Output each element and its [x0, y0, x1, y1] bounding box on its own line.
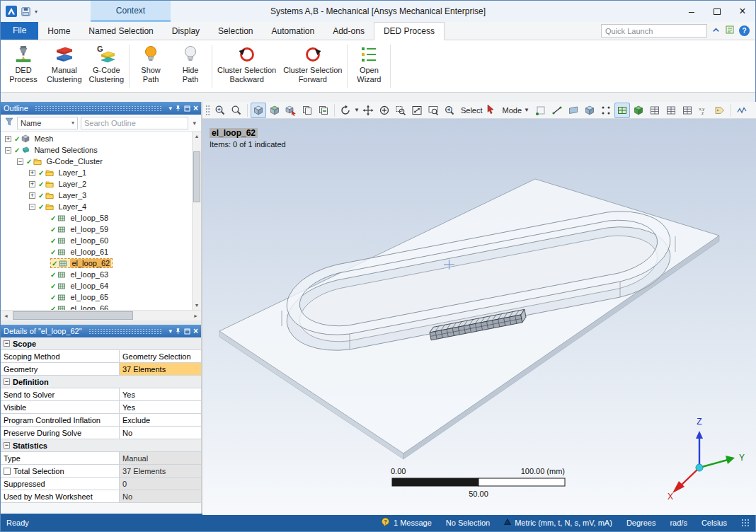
- outline-search-input[interactable]: [81, 117, 188, 129]
- select-element-filter-icon[interactable]: [614, 103, 630, 118]
- h-scroll-track[interactable]: [11, 311, 190, 320]
- details-section-statistics[interactable]: −Statistics: [1, 439, 201, 452]
- filter-name-dropdown[interactable]: Name ▾: [17, 117, 78, 129]
- select-mode-button[interactable]: Select: [458, 104, 499, 117]
- paste-view-icon[interactable]: [316, 103, 331, 118]
- help-icon[interactable]: ?: [739, 25, 750, 36]
- close-button[interactable]: ×: [730, 1, 755, 22]
- tab-named-selection[interactable]: Named Selection: [79, 23, 162, 40]
- collapse-icon[interactable]: −: [4, 378, 10, 385]
- scroll-right-icon[interactable]: ►: [190, 311, 201, 321]
- tree-item-el-loop-64[interactable]: ✓el_loop_64: [1, 280, 192, 291]
- view-select-icon[interactable]: [283, 103, 299, 118]
- message-count[interactable]: ?1 Message: [381, 517, 432, 528]
- details-value[interactable]: Yes: [120, 401, 201, 413]
- rotate-view-icon[interactable]: [338, 103, 353, 118]
- zoom-in-icon[interactable]: [212, 103, 228, 118]
- collapse-icon[interactable]: −: [29, 204, 35, 210]
- tree-item-el-loop-65[interactable]: ✓el_loop_65: [1, 291, 192, 303]
- selection-worksheet-icon[interactable]: [647, 103, 663, 118]
- tree-item-el-loop-66[interactable]: ✓el_loop_66: [1, 303, 192, 310]
- tab-selection[interactable]: Selection: [209, 23, 262, 40]
- select-node-filter-icon[interactable]: [598, 103, 614, 118]
- checkbox-unchecked[interactable]: [4, 468, 11, 475]
- scroll-down-icon[interactable]: ▼: [193, 301, 201, 310]
- maximize-button[interactable]: [704, 1, 730, 22]
- outline-menu-caret-icon[interactable]: ▾: [168, 105, 172, 112]
- details-pin-icon[interactable]: [175, 328, 181, 335]
- chart-icon[interactable]: [734, 103, 750, 118]
- previous-view-icon[interactable]: [442, 103, 457, 118]
- outline-pin-icon[interactable]: [175, 105, 181, 112]
- details-close-icon[interactable]: ×: [193, 326, 198, 336]
- expand-icon[interactable]: +: [5, 136, 11, 142]
- save-icon[interactable]: [21, 6, 31, 17]
- pan-icon[interactable]: [360, 103, 376, 118]
- expand-icon[interactable]: +: [29, 170, 35, 176]
- resize-grip-icon[interactable]: [741, 519, 750, 527]
- box-zoom-icon[interactable]: [393, 103, 408, 118]
- ribbon-button-ded-process[interactable]: DEDProcess: [4, 42, 43, 91]
- unit-system[interactable]: Metric (mm, t, N, s, mV, mA): [504, 519, 612, 527]
- title-bar[interactable]: ▾ Context Systems A,B - Mechanical [Ansy…: [1, 1, 755, 22]
- feedback-icon[interactable]: [725, 25, 735, 37]
- tab-automation[interactable]: Automation: [262, 23, 323, 40]
- toolbar-grip[interactable]: [205, 105, 210, 116]
- zoom-icon[interactable]: [377, 103, 392, 118]
- details-section-definition[interactable]: −Definition: [1, 376, 201, 388]
- collapse-ribbon-icon[interactable]: [711, 25, 721, 37]
- filter-type-icon[interactable]: [4, 117, 14, 129]
- scroll-up-icon[interactable]: ▲: [193, 132, 201, 141]
- tree-vertical-scrollbar[interactable]: ▲ ▼: [192, 132, 201, 310]
- tab-home[interactable]: Home: [38, 23, 79, 40]
- temperature-unit[interactable]: Celsius: [701, 519, 727, 527]
- select-body-filter-icon[interactable]: [582, 103, 597, 118]
- tree-item-el-loop-61[interactable]: ✓el_loop_61: [1, 246, 192, 258]
- angular-velocity-unit[interactable]: rad/s: [670, 519, 687, 527]
- collapse-icon[interactable]: −: [4, 340, 10, 347]
- expand-icon[interactable]: +: [29, 192, 35, 199]
- tree-item-el-loop-62[interactable]: ✓el_loop_62: [1, 258, 192, 269]
- iso-view-icon[interactable]: [251, 103, 266, 118]
- scrollbar-thumb[interactable]: [193, 151, 200, 202]
- tree-item-mesh[interactable]: +✓Mesh: [1, 133, 192, 144]
- outline-close-icon[interactable]: ×: [193, 103, 198, 113]
- details-float-icon[interactable]: [184, 328, 190, 335]
- details-menu-caret-icon[interactable]: ▾: [168, 328, 172, 335]
- details-section-scope[interactable]: −Scope: [1, 337, 201, 350]
- tab-display[interactable]: Display: [163, 23, 209, 40]
- select-edge-filter-icon[interactable]: [549, 103, 565, 118]
- tree-item-named-selections[interactable]: −✓Named Selections: [1, 144, 192, 156]
- tree-item-el-loop-59[interactable]: ✓el_loop_59: [1, 224, 192, 235]
- details-value[interactable]: 37 Elements: [120, 363, 201, 375]
- ribbon-button-manual-clustering[interactable]: ManualClustering: [43, 42, 86, 91]
- tab-ded-process[interactable]: DED Process: [374, 22, 445, 40]
- outline-float-icon[interactable]: [184, 105, 190, 112]
- tab-add-ons[interactable]: Add-ons: [323, 23, 374, 40]
- tree-item-el-loop-58[interactable]: ✓el_loop_58: [1, 212, 192, 224]
- selection-information-icon[interactable]: [680, 103, 695, 118]
- collapse-icon[interactable]: −: [4, 442, 10, 449]
- tab-file[interactable]: File: [1, 21, 38, 40]
- copy-view-icon[interactable]: [299, 103, 315, 118]
- select-vertex-filter-icon[interactable]: [533, 103, 549, 118]
- mode-dropdown[interactable]: Mode▼: [500, 106, 532, 115]
- 3d-viewport[interactable]: 0.00 100.00 (mm) 50.00 Z Y: [202, 119, 756, 515]
- details-value[interactable]: No: [120, 427, 201, 439]
- ribbon-button-g-code-clustering[interactable]: GG-CodeClustering: [86, 42, 128, 91]
- minimize-button[interactable]: –: [679, 1, 704, 22]
- ribbon-button-open-wizard[interactable]: OpenWizard: [349, 42, 389, 91]
- scroll-left-icon[interactable]: ◄: [1, 311, 11, 321]
- selection-convert-icon[interactable]: [663, 103, 679, 118]
- tree-horizontal-scrollbar[interactable]: ◄ ►: [1, 310, 201, 320]
- tree-item-layer-2[interactable]: +✓Layer_2: [1, 178, 192, 190]
- tree-item-layer-3[interactable]: +✓Layer_3: [1, 190, 192, 201]
- app-icon[interactable]: [6, 6, 17, 17]
- tree-item-el-loop-63[interactable]: ✓el_loop_63: [1, 269, 192, 280]
- select-face-filter-icon[interactable]: [566, 103, 581, 118]
- look-at-face-icon[interactable]: [267, 103, 282, 118]
- collapse-icon[interactable]: −: [5, 147, 11, 154]
- search-options-chevron-icon[interactable]: ▾: [191, 120, 197, 127]
- details-value[interactable]: Exclude: [120, 414, 201, 426]
- collapse-icon[interactable]: −: [17, 158, 23, 165]
